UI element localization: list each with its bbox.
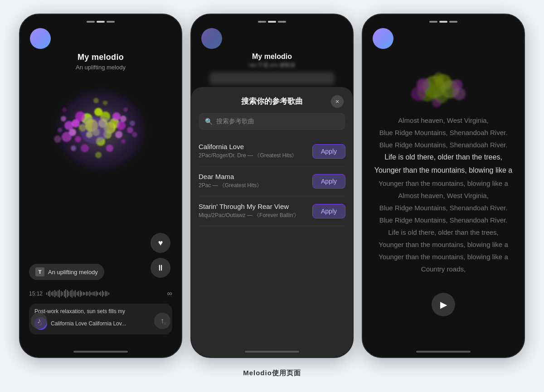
screen1-title: My melodio (29, 53, 172, 62)
song-meta-1: 2Pac — 《Greatest Hits》 (199, 182, 312, 189)
lyric-line-0: Almost heaven, West Virginia, (372, 114, 515, 126)
waveform-bar (53, 291, 53, 296)
modal-close-button[interactable]: × (331, 95, 344, 108)
upload-icon: ↑ (160, 317, 164, 325)
waveform-bar (75, 290, 76, 297)
waveform-bar (87, 292, 88, 295)
status-indicators-3 (429, 21, 457, 23)
svg-point-22 (120, 116, 126, 122)
waveform-bar (51, 292, 52, 295)
status-indicators (87, 21, 115, 23)
lyric-line-7: Blue Ridge Mountains, Shenandoah River. (372, 202, 515, 214)
screen3: Almost heaven, West Virginia, Blue Ridge… (363, 15, 524, 357)
lyric-line-4: Younger than the mountains, blowing like… (372, 164, 515, 177)
music-note-button[interactable]: ♪ (31, 313, 47, 329)
song-info-2: Starin' Through My Rear View Miqu/2Pac/O… (199, 203, 312, 219)
waveform-bar (99, 292, 100, 295)
svg-point-36 (62, 107, 67, 112)
waveform-bar (46, 292, 47, 295)
song-list: California Love 2Pac/Roger/Dr. Dre — 《Gr… (191, 136, 353, 226)
home-indicator-1 (73, 351, 128, 353)
svg-point-21 (62, 132, 72, 142)
status-dot-1 (87, 21, 95, 23)
waveform-bar (67, 290, 68, 297)
status-bar-3 (363, 15, 524, 25)
waveform-bar (97, 292, 98, 295)
svg-point-24 (106, 145, 113, 152)
screen2: My melodio rao.于是.pro.诸葛道 搜索你的参考歌曲 × 🔍 搜… (191, 15, 353, 357)
waveform-bar (83, 292, 84, 295)
apply-button-0[interactable]: Apply (312, 144, 345, 159)
svg-point-50 (432, 98, 441, 107)
waveform-bar (56, 291, 57, 296)
waveform-bars[interactable] (46, 289, 164, 298)
svg-point-23 (81, 144, 89, 152)
lyrics-container: Almost heaven, West Virginia, Blue Ridge… (363, 114, 524, 321)
reference-card: Post-work relaxation, sun sets fills my … (29, 304, 172, 334)
lyric-line-12: Country roads, (372, 263, 515, 275)
svg-point-31 (95, 152, 102, 158)
close-icon: × (335, 98, 339, 105)
reference-prompt: Post-work relaxation, sun sets fills my (34, 308, 167, 315)
status-dot-3 (107, 21, 115, 23)
waveform-bar (48, 291, 49, 296)
search-input[interactable]: 搜索参考歌曲 (216, 117, 254, 126)
apply-button-1[interactable]: Apply (312, 174, 345, 189)
waveform-bar (108, 292, 109, 295)
music-note-icon: ♪ (37, 317, 41, 325)
svg-point-14 (75, 111, 85, 121)
waveform-bar (78, 291, 79, 296)
home-indicator-2 (245, 351, 299, 353)
orb-visualization (33, 60, 169, 196)
status-indicators-2 (258, 21, 286, 23)
pause-icon: ⏸ (156, 263, 165, 273)
svg-point-38 (93, 98, 99, 103)
phone-3: Almost heaven, West Virginia, Blue Ridge… (362, 14, 525, 358)
waveform-bar (94, 291, 95, 296)
waveform-infinity-icon: ∞ (167, 290, 172, 298)
pause-button[interactable]: ⏸ (151, 258, 170, 278)
svg-point-49 (433, 73, 444, 83)
lyric-line-1: Blue Ridge Mountains, Shenandoah River. (372, 126, 515, 139)
apply-button-2[interactable]: Apply (312, 204, 345, 218)
upload-button[interactable]: ↑ (154, 313, 170, 329)
svg-point-48 (453, 87, 466, 100)
screen2-subtitle-blurred: rao.于是.pro.诸葛道 (200, 62, 344, 68)
waveform-bar (102, 290, 103, 297)
waveform-bar (49, 290, 50, 297)
lyric-line-8: Blue Ridge Mountains, Shenandoah River. (372, 214, 515, 226)
svg-point-27 (61, 116, 66, 121)
song-item-0: California Love 2Pac/Roger/Dr. Dre — 《Gr… (199, 136, 345, 166)
play-icon: ▶ (440, 299, 447, 310)
waveform-bar (107, 291, 107, 296)
lyric-line-5: Younger than the mountains, blowing like… (372, 177, 515, 189)
status-dot-9 (449, 21, 457, 23)
song-meta-0: 2Pac/Roger/Dr. Dre — 《Greatest Hits》 (199, 152, 312, 160)
lyric-line-11: Younger than the mountains, blowing like… (372, 251, 515, 263)
svg-point-32 (58, 128, 62, 132)
waveform-bar (77, 292, 78, 295)
waveform-bar (80, 290, 81, 297)
play-button-s3[interactable]: ▶ (432, 293, 455, 316)
waveform-bar (81, 291, 82, 296)
waveform-bar (59, 290, 60, 298)
waveform-bar (96, 291, 97, 296)
waveform-bar (103, 292, 104, 295)
ref-song-row: ♪ California Love California Lov... × (34, 317, 167, 330)
svg-point-30 (121, 139, 126, 144)
search-box[interactable]: 🔍 搜索参考歌曲 (199, 113, 345, 130)
svg-point-19 (117, 121, 126, 130)
lyric-line-2: Blue Ridge Mountains, Shenandoah River. (372, 139, 515, 151)
modal-header: 搜索你的参考歌曲 × (191, 87, 353, 113)
status-dot-4 (258, 21, 266, 23)
screen2-input-bar-blurred (209, 72, 335, 85)
lyric-line-6: Almost heaven, West Virginia, (372, 189, 515, 202)
heart-button[interactable]: ♥ (151, 233, 170, 253)
tag-t-label: T (35, 267, 44, 276)
svg-point-20 (115, 131, 122, 138)
lyric-line-9: Life is old there, older than the trees, (372, 226, 515, 238)
waveform-bar (105, 291, 106, 296)
svg-point-35 (132, 132, 137, 137)
lyric-line-3: Life is old there, older than the trees, (372, 151, 515, 164)
waveform-bar (64, 290, 65, 297)
